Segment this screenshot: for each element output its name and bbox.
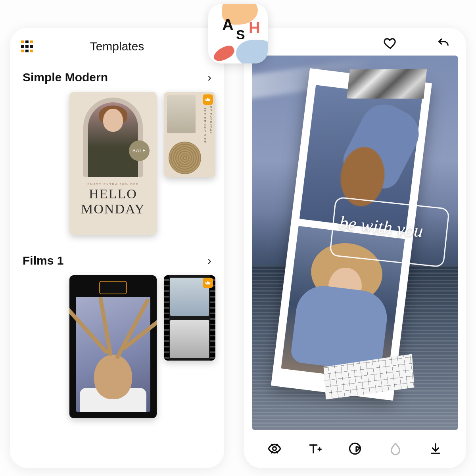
film-frame	[170, 320, 209, 358]
editor-toolbar	[244, 434, 466, 468]
thumb-headline-2: MONDAY	[81, 202, 145, 216]
thumb-arch	[83, 98, 143, 177]
add-text-icon[interactable]	[303, 437, 326, 461]
template-thumb-film-polaroid[interactable]	[69, 275, 157, 418]
sale-badge: SALE	[129, 140, 150, 161]
template-thumb-hello-monday[interactable]: SALE ENJOY EXTRA 30% OFF HELLO MONDAY	[69, 92, 157, 235]
thumb-headline-1: HELLO	[89, 187, 137, 201]
premium-crown-icon	[203, 278, 213, 288]
film-cutout	[99, 281, 127, 294]
editor-panel: be with you	[244, 28, 466, 468]
thumb-vertical-text: SEE THE BRIGHT SIDE ENJOY EVERYDAY	[203, 98, 212, 171]
category-row-films-1[interactable]: Films 1 ›	[10, 243, 224, 271]
thumb-tagline: ENJOY EXTRA 30% OFF	[87, 182, 138, 186]
thumb-strip-films-1	[10, 271, 224, 426]
template-thumb-beige[interactable]: SEE THE BRIGHT SIDE ENJOY EVERYDAY	[164, 92, 215, 177]
svg-point-0	[273, 447, 276, 451]
templates-header: Templates	[10, 28, 224, 60]
categories-grid-icon[interactable]	[21, 40, 33, 52]
logo-letter-a: A	[222, 16, 234, 34]
film-image	[76, 297, 150, 412]
canvas-wrap: be with you	[244, 56, 466, 434]
logo-letter-h: H	[249, 19, 260, 37]
thumb-photo	[167, 95, 196, 133]
sticker-icon[interactable]	[343, 437, 367, 461]
editor-canvas[interactable]: be with you	[252, 56, 458, 430]
chevron-right-icon[interactable]: ›	[207, 254, 211, 267]
thumb-photo-round	[169, 142, 201, 174]
preview-eye-icon[interactable]	[263, 437, 286, 461]
template-thumb-film-strip[interactable]	[164, 275, 215, 361]
templates-panel: Templates Simple Modern › SALE ENJOY EXT…	[10, 28, 224, 468]
category-row-simple-modern[interactable]: Simple Modern ›	[10, 60, 224, 88]
blur-drop-icon[interactable]	[384, 437, 407, 461]
download-icon[interactable]	[424, 437, 447, 461]
premium-crown-icon	[203, 94, 213, 105]
tape-foil[interactable]	[347, 66, 427, 102]
chevron-right-icon[interactable]: ›	[207, 71, 211, 84]
undo-icon[interactable]	[437, 36, 450, 52]
templates-title: Templates	[33, 40, 213, 53]
favorite-heart-icon[interactable]	[384, 36, 397, 52]
category-title: Films 1	[23, 254, 63, 267]
sprocket	[210, 275, 215, 361]
logo-letter-s: S	[236, 27, 245, 42]
sprocket	[164, 275, 169, 361]
app-logo-badge: A S H	[208, 4, 268, 63]
editor-header	[244, 28, 466, 56]
thumb-strip-simple-modern: SALE ENJOY EXTRA 30% OFF HELLO MONDAY SE…	[10, 88, 224, 243]
logo-letters: A S H	[208, 4, 268, 63]
category-title: Simple Modern	[23, 71, 108, 84]
